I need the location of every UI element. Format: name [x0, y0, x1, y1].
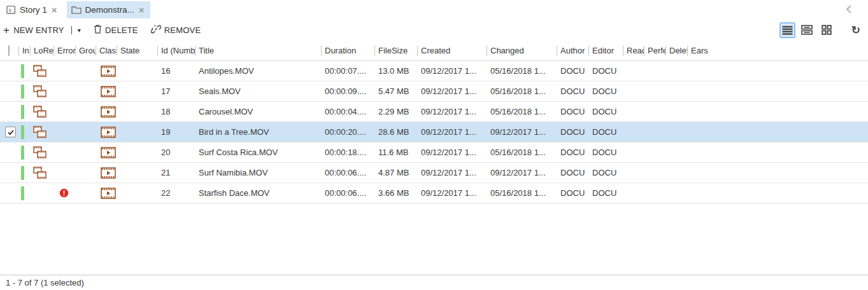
status-bar-green [21, 105, 24, 119]
column-header-error[interactable]: Error [54, 41, 76, 60]
perfe-cell [644, 142, 666, 162]
lowres-proxy-icon [33, 65, 46, 77]
toolbar: + NEW ENTRY ▾ DELETE REMOVE [0, 19, 868, 41]
column-header-title[interactable]: Title [196, 41, 322, 60]
delete-cell [666, 102, 688, 121]
delete-cell [666, 61, 688, 81]
status-bar-green [21, 146, 24, 160]
tab-label: Demonstra... [85, 5, 134, 15]
checkbox-cell [0, 61, 19, 81]
group-cell [76, 122, 96, 142]
delete-button[interactable]: DELETE [94, 24, 138, 36]
select-all-checkbox[interactable] [8, 45, 10, 56]
delete-cell [666, 122, 688, 142]
ears-cell [688, 122, 868, 142]
in-cell [19, 142, 31, 162]
id-cell: 18 [158, 102, 196, 121]
new-entry-button[interactable]: + NEW ENTRY ▾ [3, 25, 81, 36]
column-header-class[interactable]: Class [96, 41, 117, 60]
story-icon: s [6, 5, 16, 15]
lores-cell [31, 102, 54, 121]
rows-view-button[interactable] [799, 22, 815, 38]
column-header-filesize[interactable]: FileSize [375, 41, 418, 60]
read-cell [623, 61, 644, 81]
error-cell [54, 163, 76, 183]
lores-cell [31, 81, 54, 101]
class-cell [96, 183, 117, 203]
trash-icon [94, 24, 102, 36]
group-cell [76, 61, 96, 81]
tab-demonstration[interactable]: Demonstra... × [67, 1, 150, 18]
column-header-duration[interactable]: Duration [322, 41, 375, 60]
column-header-group[interactable]: Grou [76, 41, 96, 60]
in-cell [19, 61, 31, 81]
check-icon [7, 128, 15, 136]
checkbox-cell [0, 122, 19, 142]
list-view-button[interactable] [779, 22, 795, 38]
folder-icon [71, 6, 82, 14]
refresh-icon[interactable]: ↻ [851, 25, 860, 36]
id-cell: 22 [158, 183, 196, 203]
title-cell: Starfish Dace.MOV [196, 183, 322, 203]
table-row[interactable]: 17 Seals.MOV 00:00:09.... 5.47 MB 09/12/… [0, 81, 868, 102]
changed-cell: 05/16/2018 1... [487, 142, 557, 162]
remove-button[interactable]: REMOVE [151, 24, 201, 36]
error-cell [54, 142, 76, 162]
table-row[interactable]: 21 Surf Namibia.MOV 00:00:06.... 4.87 MB… [0, 163, 868, 183]
changed-cell: 05/16/2018 1... [487, 183, 557, 203]
error-icon [59, 188, 69, 198]
column-header-lores[interactable]: LoRe [31, 41, 54, 60]
column-header-perfe[interactable]: Perfe [644, 41, 666, 60]
ears-cell [688, 81, 868, 101]
table-row[interactable]: 16 Antilopes.MOV 00:00:07.... 13.0 MB 09… [0, 61, 868, 81]
checkbox-cell [0, 163, 19, 183]
header-checkbox-cell [0, 41, 19, 60]
column-header-created[interactable]: Created [418, 41, 487, 60]
table-row[interactable]: 18 Carousel.MOV 00:00:04.... 2.29 MB 09/… [0, 102, 868, 122]
close-icon[interactable]: × [52, 5, 57, 15]
in-cell [19, 81, 31, 101]
error-cell [54, 122, 76, 142]
column-header-read[interactable]: Read [623, 41, 644, 60]
ears-cell [688, 102, 868, 121]
id-cell: 21 [158, 163, 196, 183]
chevron-left-icon[interactable] [845, 4, 853, 17]
column-header-state[interactable]: State [117, 41, 158, 60]
column-header-ears[interactable]: Ears [688, 41, 868, 60]
table-row[interactable]: 20 Surf Costa Rica.MOV 00:00:18.... 11.6… [0, 142, 868, 163]
in-cell [19, 163, 31, 183]
read-cell [623, 122, 644, 142]
column-header-in[interactable]: In [19, 41, 31, 60]
perfe-cell [644, 163, 666, 183]
class-cell [96, 81, 117, 101]
column-header-changed[interactable]: Changed [487, 41, 557, 60]
column-header-author[interactable]: Author [557, 41, 589, 60]
video-class-icon [101, 66, 116, 77]
row-checkbox[interactable] [5, 127, 16, 137]
author-cell: DOCU [557, 163, 589, 183]
table-row[interactable]: 22 Starfish Dace.MOV 00:00:06.... 3.66 M… [0, 183, 868, 204]
state-cell [117, 61, 158, 81]
table-row[interactable]: 19 Bird in a Tree.MOV 00:00:20.... 28.6 … [0, 122, 868, 142]
column-header-editor[interactable]: Editor [589, 41, 623, 60]
lowres-proxy-icon [33, 106, 46, 118]
filesize-cell: 4.87 MB [375, 163, 418, 183]
lowres-proxy-icon [33, 146, 46, 158]
lores-cell [31, 163, 54, 183]
chevron-down-icon[interactable]: ▾ [78, 27, 81, 34]
in-cell [19, 102, 31, 121]
remove-label: REMOVE [164, 25, 201, 35]
title-cell: Surf Costa Rica.MOV [196, 142, 322, 162]
status-bar: 1 - 7 of 7 (1 selected) [0, 275, 868, 290]
tab-story-1[interactable]: s Story 1 × [2, 1, 63, 18]
editor-cell: DOCU [589, 122, 623, 142]
error-cell [54, 183, 76, 203]
duration-cell: 00:00:20.... [322, 122, 375, 142]
close-icon[interactable]: × [139, 5, 145, 15]
video-class-icon [101, 147, 116, 158]
title-cell: Carousel.MOV [196, 102, 322, 121]
grid-view-button[interactable] [819, 22, 835, 38]
column-header-delete[interactable]: Delet [666, 41, 688, 60]
created-cell: 09/12/2017 1... [418, 142, 487, 162]
column-header-id[interactable]: Id (Numb [158, 41, 196, 60]
